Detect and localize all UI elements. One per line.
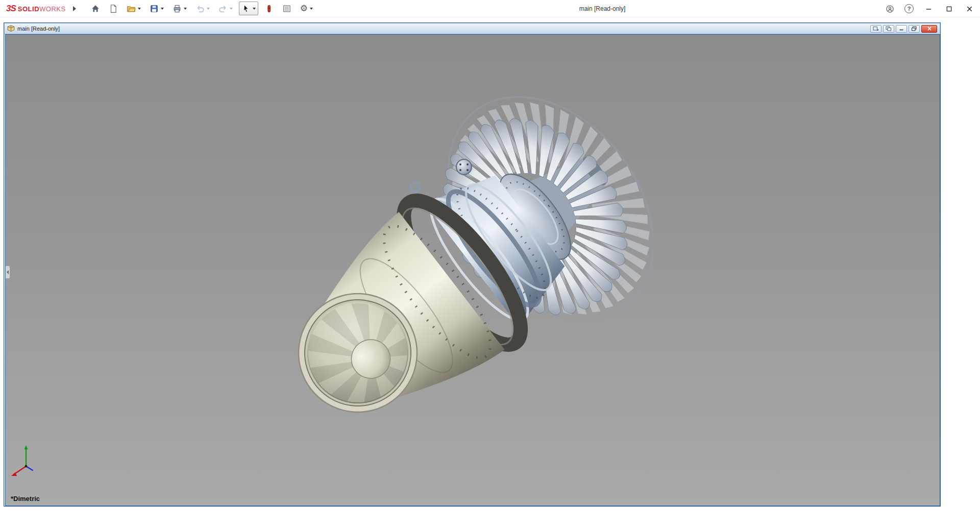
- minimize-icon: [925, 5, 933, 13]
- main-window-controls: ?: [884, 0, 975, 17]
- doc-arrange-button[interactable]: [883, 25, 894, 33]
- popout-window-icon: [873, 26, 879, 31]
- open-button[interactable]: [124, 2, 143, 15]
- help-glyph: ?: [908, 6, 911, 12]
- user-account-icon: [886, 5, 894, 13]
- logo-solid-text: SOLID: [18, 5, 39, 13]
- assembly-cube-icon: [7, 25, 15, 32]
- doc-close-button[interactable]: [921, 25, 937, 33]
- redo-dropdown-chevron-icon[interactable]: [230, 8, 233, 10]
- task-pane-button[interactable]: [280, 2, 294, 15]
- featuremanager-collapsed-tab[interactable]: [6, 266, 10, 279]
- lifting-hook-fitting: [410, 183, 420, 192]
- options-button[interactable]: ⚙: [298, 2, 315, 15]
- minimize-button[interactable]: [923, 3, 934, 15]
- reference-triad[interactable]: [11, 445, 33, 476]
- main-title-bar: 3S SOLID WORKS: [0, 0, 980, 17]
- account-button[interactable]: [884, 3, 895, 15]
- help-button[interactable]: ?: [904, 4, 914, 13]
- redo-icon: [218, 4, 228, 13]
- top-flange-fitting: [456, 159, 472, 175]
- home-button[interactable]: [88, 2, 103, 15]
- doc-popout-button[interactable]: [870, 25, 881, 33]
- quick-access-toolbar: ⚙: [88, 2, 315, 15]
- gear-icon: ⚙: [300, 4, 308, 13]
- open-dropdown-chevron-icon[interactable]: [138, 8, 141, 10]
- new-document-button[interactable]: [106, 2, 120, 15]
- solidworks-logo: 3S SOLID WORKS: [6, 4, 66, 14]
- toolbar-expand-arrow-icon[interactable]: [73, 6, 76, 11]
- undo-dropdown-chevron-icon[interactable]: [207, 8, 210, 10]
- options-dropdown-chevron-icon[interactable]: [310, 8, 313, 10]
- arrange-windows-icon: [886, 26, 892, 31]
- quick-tool-button[interactable]: [262, 2, 276, 15]
- home-icon: [91, 4, 100, 13]
- select-tool-button[interactable]: [239, 2, 258, 15]
- doc-restore-button[interactable]: [909, 25, 920, 33]
- close-icon: [966, 5, 973, 13]
- save-dropdown-chevron-icon[interactable]: [161, 8, 164, 10]
- engine-model[interactable]: [237, 57, 696, 490]
- new-document-icon: [109, 4, 118, 13]
- maximize-icon: [945, 5, 953, 13]
- redo-button[interactable]: [216, 2, 235, 15]
- undo-icon: [195, 4, 205, 13]
- doc-minimize-icon: [898, 26, 904, 31]
- close-button[interactable]: [964, 3, 975, 15]
- document-window-controls: [870, 25, 937, 33]
- solidworks-app: 3S SOLID WORKS: [0, 0, 980, 527]
- print-button[interactable]: [170, 2, 189, 15]
- red-capsule-icon: [264, 4, 274, 13]
- view-orientation-label: *Dimetric: [11, 495, 40, 502]
- save-button[interactable]: [147, 2, 166, 15]
- logo-3ds-mark: 3S: [6, 4, 16, 14]
- undo-button[interactable]: [193, 2, 212, 15]
- engine-model-scene[interactable]: [6, 35, 940, 506]
- graphics-area[interactable]: *Dimetric: [5, 34, 940, 506]
- document-title: main [Read-only]: [17, 26, 60, 32]
- maximize-button[interactable]: [943, 3, 954, 15]
- task-pane-icon: [282, 4, 291, 13]
- print-icon: [173, 4, 182, 13]
- document-title-bar[interactable]: main [Read-only]: [5, 23, 940, 34]
- doc-close-icon: [926, 26, 933, 31]
- document-window: main [Read-only]: [4, 22, 941, 507]
- print-dropdown-chevron-icon[interactable]: [184, 8, 187, 10]
- main-window-title: main [Read-only]: [551, 0, 653, 17]
- select-cursor-icon: [241, 4, 251, 13]
- save-floppy-icon: [150, 4, 159, 13]
- doc-restore-icon: [911, 26, 917, 31]
- open-folder-icon: [127, 4, 136, 13]
- doc-minimize-button[interactable]: [896, 25, 907, 33]
- logo-works-text: WORKS: [39, 5, 66, 13]
- select-dropdown-chevron-icon[interactable]: [253, 8, 256, 10]
